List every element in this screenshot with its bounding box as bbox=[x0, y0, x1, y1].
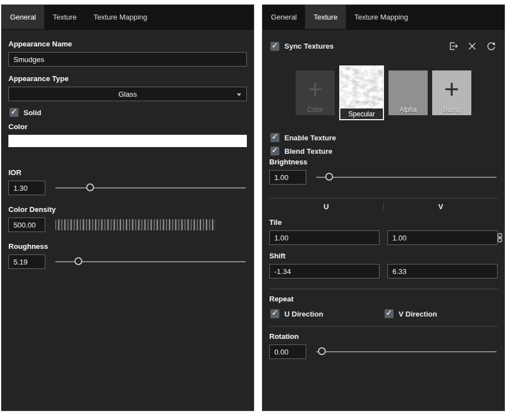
tab-general[interactable]: General bbox=[2, 5, 44, 29]
roughness-slider-track bbox=[55, 261, 246, 262]
color-density-label: Color Density bbox=[8, 205, 247, 214]
appearance-type-dropdown[interactable]: Glass bbox=[8, 87, 247, 101]
color-swatch[interactable] bbox=[8, 135, 247, 147]
color-density-input[interactable]: 500.00 bbox=[8, 218, 45, 232]
tab-texture-mapping[interactable]: Texture Mapping bbox=[346, 5, 416, 29]
left-tabbar: General Texture Texture Mapping bbox=[2, 5, 254, 30]
rotation-input[interactable]: 0.00 bbox=[269, 345, 306, 359]
appearance-type-label: Appearance Type bbox=[8, 74, 247, 83]
texture-slot-label: Bump bbox=[432, 106, 471, 114]
roughness-slider-thumb[interactable] bbox=[74, 257, 82, 265]
roughness-input[interactable]: 5.19 bbox=[8, 254, 45, 269]
solid-label: Solid bbox=[24, 108, 41, 117]
blend-texture-label: Blend Texture bbox=[284, 147, 333, 155]
ior-label: IOR bbox=[8, 168, 247, 177]
link-uv-icon[interactable] bbox=[496, 233, 504, 243]
chevron-down-icon bbox=[237, 93, 241, 96]
roughness-label: Roughness bbox=[8, 242, 247, 251]
uv-header-row: U V bbox=[269, 198, 498, 215]
brightness-input[interactable]: 1.00 bbox=[269, 170, 306, 185]
rotation-slider-track bbox=[316, 351, 497, 352]
v-column-header: V bbox=[383, 202, 498, 211]
texture-panel: General Texture Texture Mapping Sync Tex… bbox=[262, 4, 505, 411]
texture-slot-color[interactable]: + Color bbox=[296, 70, 335, 115]
ior-slider-track bbox=[55, 187, 246, 188]
enable-texture-label: Enable Texture bbox=[284, 134, 336, 142]
tab-texture-mapping[interactable]: Texture Mapping bbox=[85, 5, 156, 29]
sync-textures-checkbox[interactable] bbox=[270, 42, 279, 51]
ior-slider[interactable] bbox=[55, 181, 247, 195]
delete-texture-icon[interactable] bbox=[468, 42, 476, 50]
roughness-slider[interactable] bbox=[55, 254, 247, 269]
tile-u-input[interactable]: 1.00 bbox=[269, 230, 380, 245]
ior-slider-thumb[interactable] bbox=[86, 183, 94, 191]
texture-slot-label: Specular bbox=[340, 108, 383, 119]
enable-texture-checkbox[interactable] bbox=[270, 133, 279, 142]
texture-slot-alpha[interactable]: Alpha bbox=[388, 70, 428, 115]
tile-v-input[interactable]: 1.00 bbox=[387, 230, 498, 245]
repeat-v-checkbox[interactable] bbox=[385, 309, 394, 318]
rotation-slider[interactable] bbox=[316, 345, 498, 359]
shift-u-input[interactable]: -1.34 bbox=[269, 264, 380, 279]
rotation-label: Rotation bbox=[269, 332, 498, 341]
sync-textures-label: Sync Textures bbox=[284, 42, 334, 50]
tab-texture[interactable]: Texture bbox=[305, 5, 346, 29]
refresh-texture-icon[interactable] bbox=[486, 41, 497, 51]
brightness-slider-track bbox=[316, 177, 497, 178]
export-texture-icon[interactable] bbox=[448, 41, 458, 51]
brightness-label: Brightness bbox=[269, 158, 498, 166]
solid-checkbox[interactable] bbox=[10, 108, 18, 117]
color-label: Color bbox=[8, 122, 247, 131]
repeat-label: Repeat bbox=[269, 295, 498, 303]
tile-label: Tile bbox=[269, 218, 498, 226]
texture-slot-specular[interactable]: Specular bbox=[339, 65, 384, 120]
appearance-type-value: Glass bbox=[118, 90, 137, 98]
texture-slot-bump[interactable]: + Bump bbox=[432, 70, 471, 115]
appearance-name-label: Appearance Name bbox=[8, 40, 247, 48]
shift-v-input[interactable]: 6.33 bbox=[387, 264, 498, 279]
tab-general[interactable]: General bbox=[263, 5, 305, 29]
repeat-u-label: U Direction bbox=[284, 310, 323, 318]
tab-texture[interactable]: Texture bbox=[44, 5, 85, 29]
texture-slot-label: Color bbox=[296, 106, 335, 114]
rotation-slider-thumb[interactable] bbox=[318, 347, 326, 355]
brightness-slider[interactable] bbox=[316, 170, 498, 185]
repeat-u-checkbox[interactable] bbox=[270, 309, 279, 318]
appearance-name-input[interactable]: Smudges bbox=[8, 52, 247, 67]
color-density-bar[interactable] bbox=[55, 219, 216, 230]
u-column-header: U bbox=[269, 202, 383, 211]
texture-slot-label: Alpha bbox=[388, 106, 428, 114]
divider bbox=[269, 289, 498, 289]
general-panel: General Texture Texture Mapping Appearan… bbox=[1, 4, 254, 411]
right-tabbar: General Texture Texture Mapping bbox=[263, 5, 504, 30]
brightness-slider-thumb[interactable] bbox=[325, 173, 333, 181]
ior-input[interactable]: 1.30 bbox=[8, 181, 45, 195]
blend-texture-checkbox[interactable] bbox=[270, 147, 279, 155]
texture-slots: + Color Specular Alpha + Bump bbox=[269, 65, 498, 121]
repeat-v-label: V Direction bbox=[399, 310, 437, 318]
shift-label: Shift bbox=[269, 252, 498, 260]
divider bbox=[269, 326, 498, 327]
